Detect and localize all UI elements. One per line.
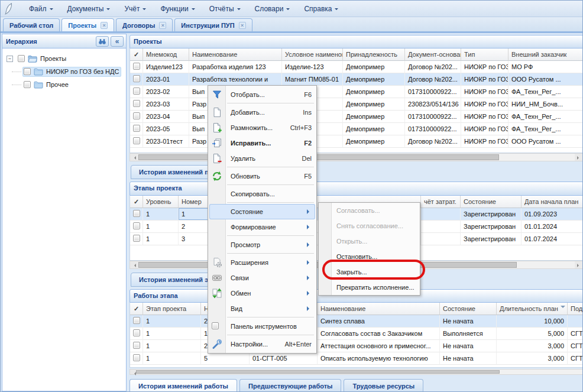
menu-help[interactable]: Справка (297, 2, 345, 15)
tab-labor-resources[interactable]: Трудовые ресурсы (344, 379, 423, 392)
menu-item-formation[interactable]: Формирование (208, 219, 316, 235)
column-header[interactable]: Этап проекта (143, 303, 201, 315)
tab-desktop[interactable]: Рабочий стол (3, 18, 60, 31)
node-checkbox[interactable] (24, 68, 31, 75)
menu-item-refresh[interactable]: ОбновитьF5 (208, 169, 316, 184)
table-row-selected[interactable]: 127Синтез сплаваНе начата10,000 (130, 315, 583, 328)
menu-item-duplicate[interactable]: Размножить...Ctrl+F3 (208, 120, 316, 135)
column-header[interactable]: Дата начала план (522, 196, 583, 208)
tab-projects[interactable]: Проекты× (61, 18, 114, 31)
tab-history-work[interactable]: История изменений работы (129, 379, 237, 392)
menu-item-toolbar-toggle[interactable]: Панель инструментов (208, 319, 316, 334)
menu-item-settings[interactable]: Настройки...Alt+Enter (208, 336, 316, 352)
column-header[interactable]: Документ-основан (405, 48, 461, 61)
tab-preceding-works[interactable]: Предшествующие работы (239, 379, 341, 392)
row-checkbox[interactable] (133, 354, 140, 361)
tab-instructions[interactable]: Инструкции ПУП× (174, 18, 252, 31)
close-icon[interactable]: × (101, 22, 108, 29)
table-row-selected[interactable]: 2023-01Разработка технологии иМагнит ПМ0… (130, 73, 583, 86)
column-header[interactable]: Подр (568, 303, 583, 315)
column-header[interactable]: Состояние (461, 196, 522, 208)
row-checkbox[interactable] (133, 222, 140, 229)
scroll-left-icon[interactable] (130, 261, 138, 268)
column-header[interactable]: Наименование (189, 48, 282, 61)
tab-history-project[interactable]: История изменений п (131, 165, 217, 179)
column-header-check[interactable]: ✓ (130, 303, 143, 315)
node-checkbox[interactable] (24, 81, 31, 88)
scroll-left-icon[interactable] (130, 370, 136, 374)
column-header[interactable]: Тип (461, 48, 508, 61)
table-row[interactable]: 2023-04ВыпДемопример017310000922...НИОКР… (130, 111, 583, 123)
table-row[interactable]: 2023-03Разр23/269Демопример230823/0514/1… (130, 98, 583, 111)
row-checkbox[interactable] (133, 125, 140, 132)
menu-item-add[interactable]: Добавить...Ins (208, 105, 316, 120)
tab-history-stage[interactable]: История изменений э (131, 273, 216, 287)
row-checkbox[interactable] (133, 317, 140, 324)
column-header[interactable]: Уровень (143, 196, 179, 208)
row-checkbox[interactable] (133, 75, 140, 82)
scroll-right-icon[interactable] (575, 154, 583, 161)
toolbar-checkbox[interactable] (212, 322, 222, 333)
tree-node-other[interactable]: Прочее (5, 78, 124, 91)
menu-item-delete[interactable]: УдалитьDel (208, 151, 316, 166)
menu-accounting[interactable]: Учёт (117, 2, 153, 15)
column-header[interactable]: Наименование (318, 303, 440, 315)
menu-item-copy[interactable]: Скопировать... (208, 186, 316, 202)
row-checkbox[interactable] (133, 88, 140, 95)
column-header-check[interactable]: ✓ (130, 196, 143, 208)
column-header[interactable]: Состояние (440, 303, 497, 315)
collapse-node-icon[interactable]: − (7, 56, 13, 62)
scrollbar-thumb[interactable] (136, 370, 500, 374)
menu-item-extensions[interactable]: Расширения (208, 255, 316, 270)
tree-node-niokr[interactable]: НИОКР по ГОЗ без НДС (5, 65, 124, 78)
row-checkbox[interactable] (133, 235, 140, 242)
collapse-panel-icon[interactable]: « (111, 36, 124, 47)
tab-contracts[interactable]: Договоры× (116, 18, 173, 31)
scroll-right-icon[interactable] (575, 261, 583, 268)
menu-functions[interactable]: Функции (153, 2, 202, 15)
menu-item-view[interactable]: Вид (208, 301, 316, 316)
menu-item-view-mode[interactable]: Просмотр (208, 237, 316, 252)
menu-item-edit[interactable]: Исправить...F2 (208, 135, 316, 151)
menu-dictionaries[interactable]: Словари (248, 2, 297, 15)
tree-node-projects[interactable]: − Проекты (5, 52, 124, 65)
menu-reports[interactable]: Отчёты (202, 2, 248, 15)
table-row[interactable]: Изделие123Разработка изделия 123Изделие-… (130, 61, 583, 73)
table-row[interactable]: 2023-01тестРазрй маг...ДемопримерДоговор… (130, 135, 583, 148)
scroll-left-icon[interactable] (130, 154, 138, 161)
menu-documents[interactable]: Документы (60, 2, 118, 15)
menu-item-exchange[interactable]: Обмен (208, 286, 316, 301)
submenu-item-terminate[interactable]: Прекратить исполнение... (319, 280, 420, 295)
column-header[interactable]: чёт затрат. (421, 196, 461, 208)
table-row[interactable]: 2023-05ВыпДемопример017310000922...НИОКР… (130, 123, 583, 135)
row-checkbox[interactable] (133, 137, 140, 144)
row-checkbox[interactable] (133, 342, 140, 349)
row-checkbox[interactable] (133, 112, 140, 119)
column-header[interactable]: Принадлежность (343, 48, 405, 61)
column-header-sorted[interactable]: Длительность план (497, 303, 568, 315)
search-icon[interactable] (96, 36, 109, 47)
hierarchy-panel: Иерархия « − Проекты НИОК (2, 34, 127, 391)
scrollbar-thumb[interactable] (138, 154, 499, 160)
close-icon[interactable]: × (159, 22, 166, 29)
table-row[interactable]: 11Согласовать состав с ЗаказчикомВыполня… (130, 328, 583, 340)
row-checkbox[interactable] (133, 210, 140, 217)
table-row[interactable]: 1501-СГТ-005Описать используемую техноло… (130, 352, 583, 365)
table-row[interactable]: 12Аттестация основного и примесног...Не … (130, 340, 583, 352)
submenu-item-stop[interactable]: Остановить... (319, 249, 420, 264)
submenu-item-close[interactable]: Закрыть... (319, 264, 420, 280)
column-header[interactable]: Мнемокод (143, 48, 189, 61)
menu-item-filter[interactable]: Отобрать...F6 (208, 87, 316, 102)
column-header-check[interactable]: ✓ (130, 48, 143, 61)
menu-item-state[interactable]: Состояние (209, 204, 315, 219)
menu-file[interactable]: Файл (22, 2, 60, 15)
close-icon[interactable]: × (239, 22, 246, 29)
row-checkbox[interactable] (133, 329, 140, 336)
row-checkbox[interactable] (133, 63, 140, 70)
column-header[interactable]: Внешний заказчик (508, 48, 583, 61)
node-checkbox[interactable] (18, 55, 25, 62)
table-row[interactable]: 2023-02Выпа-ЭМСДемопример017310000922...… (130, 86, 583, 98)
row-checkbox[interactable] (133, 100, 140, 107)
menu-item-links[interactable]: Связи (208, 270, 316, 286)
column-header[interactable]: Условное наименова (282, 48, 343, 61)
